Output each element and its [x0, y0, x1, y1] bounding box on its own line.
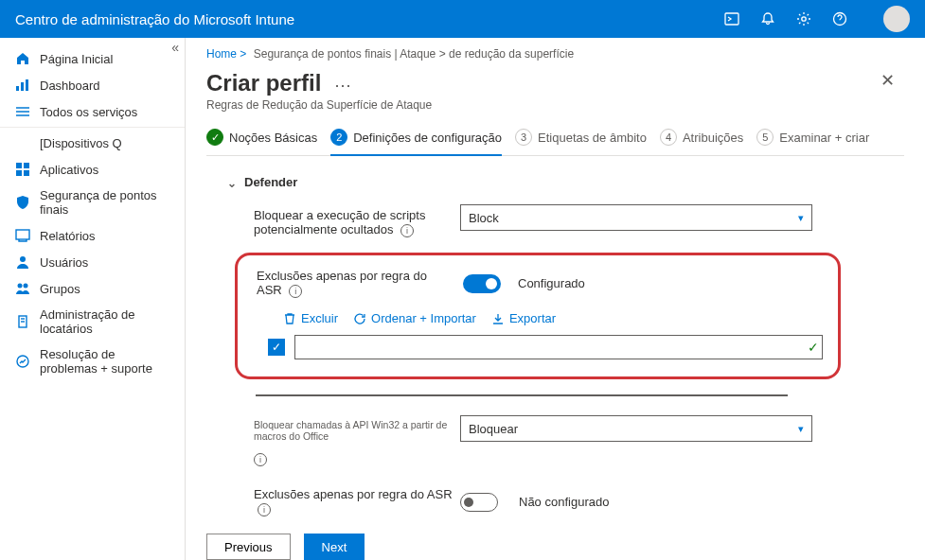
info-icon[interactable]: i [254, 453, 267, 466]
svg-rect-3 [16, 86, 19, 91]
step-review[interactable]: 5 Examinar + criar [756, 129, 869, 146]
app-title: Centro de administração do Microsoft Int… [15, 11, 294, 27]
svg-point-1 [802, 17, 806, 21]
sidebar-item-label: Grupos [40, 282, 80, 296]
dashboard-icon [15, 78, 30, 93]
svg-rect-9 [16, 163, 22, 168]
trash-icon [283, 312, 296, 325]
sidebar-item-label: Usuários [40, 255, 88, 270]
svg-point-20 [17, 356, 28, 367]
svg-point-16 [24, 284, 28, 289]
all-services-icon [15, 104, 30, 119]
sidebar-item-label: [Dispositivos Q [40, 136, 122, 150]
checkbox-exclusion[interactable]: ✓ [268, 339, 285, 356]
main: Home > Segurança de pontos finais | Ataq… [186, 38, 925, 560]
sort-import-button[interactable]: Ordenar + Importar [353, 311, 476, 325]
info-icon[interactable]: i [289, 285, 302, 298]
toggle-row-asr-2: Exclusões apenas por regra do ASR i Não … [254, 487, 904, 516]
toggle-asr-exclusions-1[interactable] [463, 274, 501, 293]
chevron-down-icon: ▾ [798, 212, 804, 224]
next-button[interactable]: Next [304, 534, 365, 560]
nav-separator [0, 127, 185, 128]
help-icon[interactable] [832, 11, 847, 26]
sidebar-item-dashboard[interactable]: Dashboard [0, 72, 185, 98]
section-defender[interactable]: ⌃ Defender [227, 175, 904, 189]
step-number-icon: 5 [756, 129, 774, 146]
page-subtitle: Regras de Redução da Superfície de Ataqu… [206, 98, 432, 112]
sidebar-item-groups[interactable]: Grupos [0, 275, 185, 302]
additional-exclusion-input[interactable] [256, 394, 788, 396]
step-config[interactable]: 2 Definições de configuração [330, 129, 502, 156]
sidebar-item-all-services[interactable]: Todos os serviços [0, 98, 185, 125]
tenant-icon [15, 314, 30, 329]
step-scope-tags[interactable]: 3 Etiquetas de âmbito [515, 129, 647, 146]
step-label: Atribuições [683, 131, 743, 145]
select-block-win32-api[interactable]: Bloquear ▾ [460, 415, 812, 442]
toggle-row-asr-1: Exclusões apenas por regra do ASR i Conf… [257, 269, 819, 298]
cloud-shell-icon[interactable] [724, 11, 739, 26]
step-basics[interactable]: ✓ Noções Básicas [206, 129, 317, 146]
toggle-asr-exclusions-2[interactable] [460, 493, 498, 512]
page-menu-icon[interactable]: ⋯ [334, 76, 351, 95]
devices-icon [15, 135, 30, 150]
select-block-scripts[interactable]: Block ▾ [460, 204, 812, 231]
chevron-up-icon: ⌃ [227, 176, 237, 189]
sidebar-item-tenant[interactable]: Administração de locatários [0, 302, 185, 341]
users-icon [15, 254, 30, 270]
step-label: Examinar + criar [779, 131, 869, 145]
chevron-down-icon: ▾ [798, 423, 804, 435]
svg-rect-10 [24, 163, 29, 168]
sidebar-item-apps[interactable]: Aplicativos [0, 156, 185, 183]
info-icon[interactable]: i [400, 224, 414, 237]
svg-point-15 [18, 284, 23, 289]
collapse-sidebar-icon[interactable]: « [171, 40, 179, 55]
close-icon[interactable]: ✕ [881, 70, 904, 91]
export-button[interactable]: Exportar [491, 311, 556, 325]
apps-icon [15, 162, 30, 177]
sidebar-item-label: Página Inicial [40, 52, 113, 66]
sidebar-item-devices[interactable]: [Dispositivos Q [0, 130, 185, 156]
tool-label: Excluir [301, 311, 338, 325]
sidebar-item-support[interactable]: Resolução de problemas + suporte [0, 341, 185, 381]
section-label: Defender [244, 175, 297, 189]
toggle-status: Não configurado [519, 495, 609, 509]
sidebar-item-reports[interactable]: Relatórios [0, 222, 185, 249]
sidebar-item-security[interactable]: Segurança de pontos finais [0, 183, 185, 222]
step-assignments[interactable]: 4 Atribuições [660, 129, 743, 146]
sidebar-item-label: Segurança de pontos finais [40, 188, 169, 217]
field-block-scripts: Bloquear a execução de scripts potencial… [254, 204, 904, 237]
field-label: Bloquear a execução de scripts potencial… [254, 204, 453, 237]
exclusion-input[interactable] [294, 335, 823, 359]
sidebar-item-label: Dashboard [40, 79, 100, 93]
page-title: Criar perfil [206, 70, 321, 96]
sidebar-item-label: Todos os serviços [40, 105, 137, 119]
step-label: Etiquetas de âmbito [538, 131, 647, 145]
asr-exclusions-highlight: Exclusões apenas por regra do ASR i Conf… [235, 253, 841, 379]
svg-rect-5 [26, 79, 28, 91]
shield-icon [15, 195, 30, 210]
delete-button[interactable]: Excluir [283, 311, 338, 325]
select-value: Block [469, 211, 499, 225]
wizard-footer: Previous Next [206, 522, 904, 560]
info-row: i [254, 451, 904, 466]
select-value: Bloquear [469, 422, 518, 436]
step-label: Noções Básicas [229, 131, 317, 145]
sidebar-item-label: Aplicativos [40, 163, 98, 177]
notifications-icon[interactable] [760, 11, 775, 26]
exclusions-toolbar: Excluir Ordenar + Importar Exportar [283, 311, 819, 325]
svg-rect-11 [16, 170, 22, 176]
info-icon[interactable]: i [258, 503, 271, 516]
field-label: Bloquear chamadas à API Win32 a partir d… [254, 415, 453, 442]
sidebar-item-home[interactable]: Página Inicial [0, 45, 185, 72]
svg-rect-13 [16, 230, 29, 239]
previous-button[interactable]: Previous [206, 534, 291, 560]
settings-icon[interactable] [796, 11, 811, 26]
avatar[interactable] [883, 6, 910, 32]
svg-point-14 [20, 256, 26, 262]
groups-icon [15, 281, 30, 296]
breadcrumb-home[interactable]: Home > [206, 47, 246, 61]
sidebar-item-label: Resolução de problemas + suporte [40, 347, 169, 376]
topbar-icons [724, 6, 910, 32]
sidebar-item-users[interactable]: Usuários [0, 249, 185, 275]
svg-rect-4 [21, 82, 24, 91]
